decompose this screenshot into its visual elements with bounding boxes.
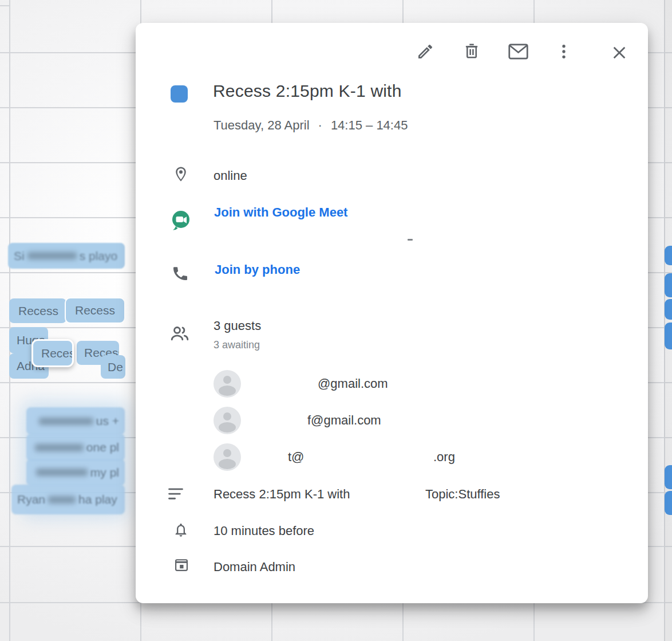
delete-button[interactable] bbox=[463, 42, 481, 60]
guest-email: f@gmail.com bbox=[307, 413, 381, 428]
event-chip-bar[interactable] bbox=[665, 299, 672, 320]
calendar-event-chip[interactable]: Recess bbox=[9, 298, 66, 323]
envelope-icon bbox=[508, 52, 528, 61]
event-color-chip bbox=[171, 85, 188, 103]
close-button[interactable] bbox=[610, 44, 628, 62]
notification-text: 10 minutes before bbox=[214, 524, 314, 538]
google-meet-icon bbox=[171, 210, 191, 231]
blurred-text-blob bbox=[27, 252, 77, 259]
event-chip-label: Recess bbox=[41, 347, 74, 360]
event-chip-bar[interactable] bbox=[665, 323, 672, 349]
blurred-text-blob bbox=[35, 444, 84, 451]
calendar-event-chip[interactable]: us + bbox=[26, 407, 125, 435]
calendar-event-chip[interactable]: one pl bbox=[26, 434, 125, 461]
event-chip-label: Recess bbox=[18, 304, 58, 318]
event-chip-label: Recess bbox=[75, 304, 115, 317]
bell-icon bbox=[173, 521, 189, 539]
event-chip-label: s playo bbox=[80, 249, 118, 263]
event-details-card: Recess 2:15pm K-1 with Tuesday, 28 April… bbox=[136, 23, 648, 603]
event-chip-label: Si bbox=[14, 249, 25, 263]
guests-count: 3 guests bbox=[214, 318, 261, 333]
trash-icon bbox=[463, 52, 481, 62]
event-chip-label: one pl bbox=[86, 441, 119, 454]
description-text: Recess 2:15pm K-1 with bbox=[214, 487, 350, 502]
calendar-event-chip[interactable]: Si s playo bbox=[8, 243, 125, 269]
email-guests-button[interactable] bbox=[508, 44, 528, 60]
event-chip-bar[interactable] bbox=[665, 273, 672, 297]
blurred-text-blob bbox=[36, 469, 88, 476]
event-chip-label: my pl bbox=[90, 466, 119, 479]
event-chip-bar[interactable] bbox=[665, 246, 672, 265]
description-topic: Topic:Stuffies bbox=[425, 487, 500, 502]
event-chip-bar[interactable] bbox=[665, 491, 672, 515]
calendar-event-chip[interactable]: Recess bbox=[65, 297, 125, 324]
redacted-link-remnant bbox=[408, 239, 413, 241]
event-date: Tuesday, 28 April bbox=[214, 118, 310, 133]
guest-email-prefix: t@ bbox=[288, 450, 304, 465]
pencil-icon bbox=[416, 53, 434, 62]
avatar bbox=[214, 407, 241, 434]
phone-icon bbox=[171, 264, 189, 282]
location-pin-icon bbox=[172, 165, 189, 183]
event-chip-label: Ryan bbox=[17, 493, 45, 506]
guest-email-suffix: .org bbox=[433, 450, 455, 465]
calendar-event-chip[interactable]: my pl bbox=[26, 459, 125, 486]
meet-join-link[interactable]: Join with Google Meet bbox=[214, 205, 347, 220]
guests-awaiting: 3 awaiting bbox=[214, 339, 260, 351]
organizer-calendar-icon bbox=[173, 556, 189, 573]
next-day-column-tint bbox=[664, 0, 672, 641]
event-time-range: 14:15 – 14:45 bbox=[331, 118, 408, 133]
location-text: online bbox=[214, 168, 247, 183]
calendar-event-chip[interactable]: Ryan ha play bbox=[11, 485, 125, 514]
dot-separator: · bbox=[318, 118, 322, 133]
event-chip-bar[interactable] bbox=[665, 465, 672, 489]
avatar bbox=[214, 370, 241, 398]
calendar-screen: { "popup": { "title": "Recess 2:15pm K-1… bbox=[0, 0, 672, 641]
calendar-event-chip-selected[interactable]: Recess bbox=[31, 339, 74, 367]
organizer-text: Domain Admin bbox=[214, 560, 295, 575]
guest-email: @gmail.com bbox=[318, 376, 388, 391]
blurred-text-blob bbox=[39, 418, 93, 425]
event-chip-label: us + bbox=[96, 414, 119, 428]
avatar bbox=[214, 443, 241, 471]
blurred-text-blob bbox=[48, 496, 76, 504]
description-icon bbox=[168, 487, 184, 501]
event-title: Recess 2:15pm K-1 with bbox=[213, 81, 402, 101]
phone-join-link[interactable]: Join by phone bbox=[215, 262, 300, 277]
edit-button[interactable] bbox=[416, 42, 434, 61]
event-chip-label: ha play bbox=[78, 493, 117, 506]
calendar-event-chip[interactable]: De bbox=[101, 355, 125, 379]
event-chip-label: De bbox=[108, 360, 123, 374]
event-datetime: Tuesday, 28 April · 14:15 – 14:45 bbox=[214, 118, 408, 133]
guests-icon bbox=[169, 323, 191, 344]
close-icon bbox=[610, 54, 628, 64]
kebab-menu-icon bbox=[555, 53, 573, 62]
grid-line bbox=[0, 5, 9, 6]
more-options-button[interactable] bbox=[555, 42, 573, 61]
